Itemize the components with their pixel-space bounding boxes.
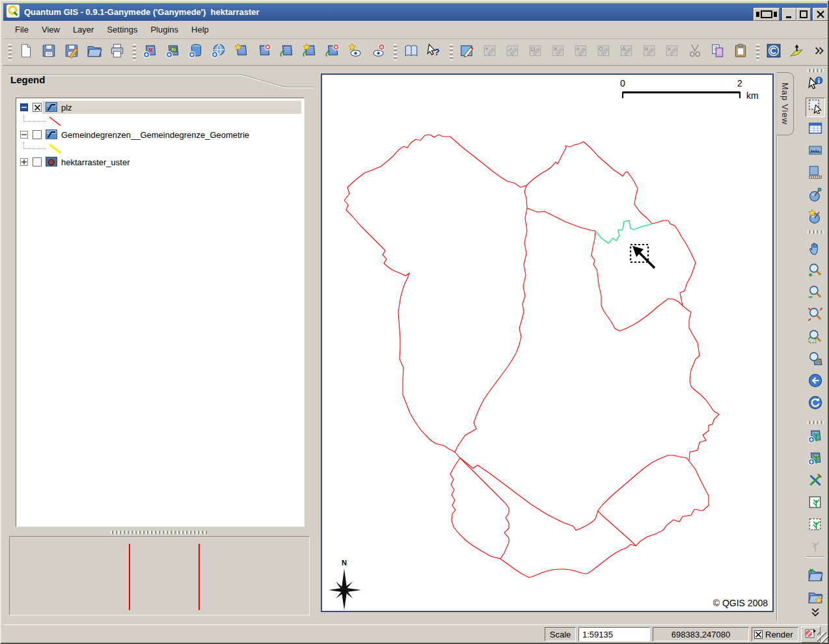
menu-layer[interactable]: Layer [66, 22, 101, 37]
tab-map-view[interactable]: Map View [776, 72, 794, 135]
map-overview-panel[interactable] [9, 536, 310, 615]
add-to-overview-button[interactable] [277, 42, 297, 62]
overview-drag-handle[interactable] [111, 531, 208, 534]
zoom-full-button[interactable] [806, 306, 825, 325]
toolbar-handle[interactable] [8, 44, 12, 60]
pan-map-button[interactable] [806, 239, 825, 259]
maximize-button[interactable] [796, 8, 811, 21]
open-grass-mapset-button[interactable] [806, 567, 825, 586]
new-project-button[interactable] [16, 42, 36, 62]
remove-all-from-overview-button[interactable] [323, 42, 342, 62]
layer-visibility-checkbox[interactable] [33, 103, 42, 112]
legend-layer-row[interactable]: Gemeindegrenzen__Gemeindegrenze_Geometri… [16, 128, 304, 142]
north-arrow-button[interactable] [787, 42, 806, 62]
add-wms-layer-button[interactable] [209, 42, 228, 62]
print-button[interactable] [107, 42, 127, 62]
menu-plugins[interactable]: Plugins [144, 22, 185, 37]
tree-expander[interactable] [20, 103, 28, 111]
save-project-as-button[interactable] [62, 42, 81, 62]
toolbar-separator [806, 556, 824, 557]
scale-input[interactable] [578, 627, 650, 641]
toolbar-handle[interactable] [808, 421, 824, 424]
toggle-editing-icon [459, 43, 475, 61]
legend-layer-row[interactable]: plz [16, 101, 304, 114]
tree-expander[interactable] [20, 158, 28, 166]
close-button[interactable] [813, 8, 828, 21]
map-view-tab-label: Map View [780, 83, 790, 125]
toolbar-handle[interactable] [133, 44, 136, 60]
delete-vertex-icon [664, 43, 680, 61]
grass-tools-button[interactable] [806, 472, 825, 491]
add-postgis-layer-button[interactable] [186, 42, 206, 62]
zoom-last-button[interactable] [806, 372, 825, 392]
select-features-button[interactable] [806, 98, 825, 117]
chevron-down-icon [808, 604, 823, 623]
whats-this-button[interactable]: ? [424, 42, 444, 62]
map-canvas[interactable]: 02kmN© QGIS 2008 [321, 74, 774, 612]
new-bookmark-button[interactable] [806, 208, 825, 228]
stop-render-icon [804, 627, 818, 643]
legend-layer-row[interactable]: hektarraster_uster [16, 155, 304, 169]
toolbar-overflow-button[interactable] [811, 42, 826, 62]
add-raster-layer-button[interactable] [163, 42, 183, 62]
paste-features-button[interactable] [731, 42, 750, 62]
delete-vertex-button [662, 42, 682, 62]
zoom-in-button[interactable] [806, 262, 825, 281]
show-bookmarks-icon [808, 187, 823, 205]
capture-polygon-icon [528, 43, 543, 61]
remove-layer-button[interactable] [254, 42, 274, 62]
legend-tree[interactable]: plzGemeindegrenzen__Gemeindegrenze_Geome… [16, 98, 305, 527]
measure-line-button[interactable] [806, 142, 825, 161]
open-attribute-table-button[interactable] [806, 120, 825, 139]
zoom-to-layer-button[interactable] [806, 350, 825, 369]
toolbar-handle[interactable] [756, 44, 759, 60]
measure-area-button[interactable] [806, 164, 825, 183]
identify-button[interactable] [806, 75, 825, 95]
scale-label: Scale [545, 627, 576, 641]
cut-features-button [685, 42, 705, 62]
new-grass-vector-button[interactable] [806, 494, 825, 513]
toggle-editing-button[interactable] [457, 42, 477, 62]
menu-file[interactable]: File [8, 22, 35, 37]
add-all-to-overview-button[interactable] [300, 42, 319, 62]
zoom-in-icon [808, 262, 823, 280]
show-all-layers-button[interactable] [346, 42, 365, 62]
add-all-to-overview-icon [302, 43, 318, 61]
zoom-out-button[interactable] [806, 284, 825, 303]
copy-features-button[interactable] [708, 42, 727, 62]
north-arrow-icon [789, 43, 804, 61]
dock-edge-divider [776, 135, 778, 621]
window-layout-button[interactable] [754, 8, 780, 21]
menu-view[interactable]: View [35, 22, 66, 37]
render-checkbox[interactable] [754, 630, 763, 639]
edit-grass-vector-button[interactable] [806, 516, 825, 535]
boundary-sw-hook [450, 458, 509, 559]
show-bookmarks-button[interactable] [806, 186, 825, 206]
open-project-button[interactable] [85, 42, 104, 62]
open-project-icon [87, 43, 102, 61]
toolbar-handle[interactable] [808, 230, 824, 234]
toolbar-handle[interactable] [450, 44, 453, 60]
add-vector-layer-button[interactable] [141, 42, 160, 62]
layer-visibility-checkbox[interactable] [33, 157, 42, 167]
toolbar-overflow-button[interactable] [806, 606, 825, 621]
layer-visibility-checkbox[interactable] [33, 130, 42, 139]
add-grass-vector-layer-button[interactable] [806, 427, 825, 447]
toolbar-handle[interactable] [394, 44, 397, 60]
save-project-button[interactable] [39, 42, 59, 62]
resize-grip[interactable] [817, 632, 828, 643]
copyright-label-button[interactable] [764, 42, 783, 62]
minimize-button[interactable] [782, 8, 796, 21]
tree-expander[interactable] [20, 131, 28, 139]
new-vector-layer-button[interactable] [232, 42, 251, 62]
toolbar-handle[interactable] [808, 69, 824, 72]
refresh-map-button[interactable] [806, 394, 825, 414]
help-contents-button[interactable] [401, 42, 421, 62]
hide-all-layers-button[interactable] [368, 42, 388, 62]
zoom-full-icon [808, 306, 823, 325]
menu-settings[interactable]: Settings [100, 22, 144, 37]
menu-help[interactable]: Help [185, 22, 215, 37]
zoom-to-selection-button[interactable] [806, 328, 825, 347]
add-grass-raster-layer-button[interactable] [806, 449, 825, 469]
title-bar: Quantum GIS - 0.9.1-Ganymede ('Ganymede'… [3, 3, 827, 21]
